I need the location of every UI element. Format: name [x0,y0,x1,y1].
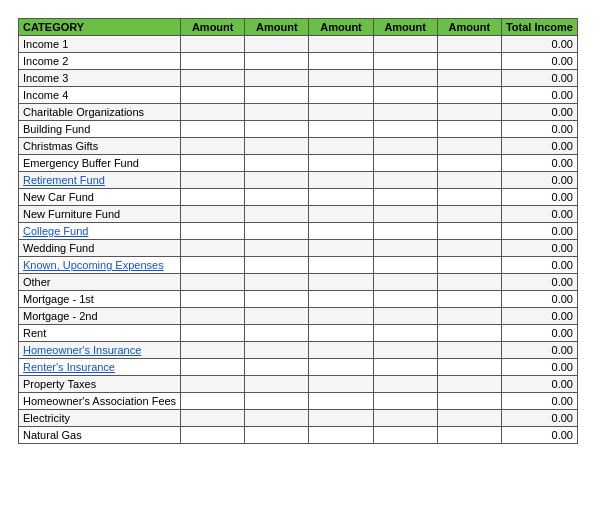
amount-cell-5[interactable] [437,342,501,359]
amount-cell-2[interactable] [245,274,309,291]
amount-cell-5[interactable] [437,104,501,121]
amount-cell-2[interactable] [245,36,309,53]
amount-cell-3[interactable] [309,87,373,104]
amount-cell-4[interactable] [373,376,437,393]
amount-cell-5[interactable] [437,359,501,376]
amount-cell-3[interactable] [309,189,373,206]
amount-cell-3[interactable] [309,325,373,342]
amount-cell-2[interactable] [245,104,309,121]
amount-cell-3[interactable] [309,274,373,291]
amount-cell-1[interactable] [181,206,245,223]
amount-cell-1[interactable] [181,104,245,121]
amount-cell-4[interactable] [373,36,437,53]
amount-cell-3[interactable] [309,342,373,359]
amount-cell-3[interactable] [309,53,373,70]
amount-cell-3[interactable] [309,410,373,427]
amount-cell-2[interactable] [245,240,309,257]
amount-cell-5[interactable] [437,121,501,138]
amount-cell-5[interactable] [437,53,501,70]
amount-cell-5[interactable] [437,172,501,189]
amount-cell-2[interactable] [245,291,309,308]
amount-cell-2[interactable] [245,376,309,393]
amount-cell-2[interactable] [245,172,309,189]
amount-cell-3[interactable] [309,138,373,155]
amount-cell-2[interactable] [245,121,309,138]
amount-cell-1[interactable] [181,274,245,291]
amount-cell-5[interactable] [437,70,501,87]
amount-cell-4[interactable] [373,274,437,291]
amount-cell-3[interactable] [309,121,373,138]
amount-cell-3[interactable] [309,359,373,376]
amount-cell-4[interactable] [373,308,437,325]
amount-cell-4[interactable] [373,138,437,155]
amount-cell-1[interactable] [181,155,245,172]
amount-cell-5[interactable] [437,427,501,444]
amount-cell-3[interactable] [309,427,373,444]
amount-cell-1[interactable] [181,325,245,342]
category-link-cell[interactable]: Retirement Fund [19,172,181,189]
amount-cell-3[interactable] [309,240,373,257]
amount-cell-2[interactable] [245,223,309,240]
amount-cell-4[interactable] [373,393,437,410]
amount-cell-3[interactable] [309,223,373,240]
category-link-cell[interactable]: Renter's Insurance [19,359,181,376]
amount-cell-4[interactable] [373,257,437,274]
amount-cell-1[interactable] [181,410,245,427]
amount-cell-4[interactable] [373,223,437,240]
amount-cell-5[interactable] [437,410,501,427]
amount-cell-4[interactable] [373,291,437,308]
category-link-cell[interactable]: Known, Upcoming Expenses [19,257,181,274]
amount-cell-4[interactable] [373,121,437,138]
amount-cell-1[interactable] [181,308,245,325]
amount-cell-2[interactable] [245,410,309,427]
category-link-cell[interactable]: Homeowner's Insurance [19,342,181,359]
amount-cell-4[interactable] [373,240,437,257]
amount-cell-1[interactable] [181,240,245,257]
amount-cell-1[interactable] [181,172,245,189]
amount-cell-1[interactable] [181,189,245,206]
amount-cell-1[interactable] [181,291,245,308]
amount-cell-5[interactable] [437,36,501,53]
amount-cell-1[interactable] [181,87,245,104]
amount-cell-2[interactable] [245,70,309,87]
amount-cell-2[interactable] [245,155,309,172]
amount-cell-3[interactable] [309,376,373,393]
amount-cell-3[interactable] [309,206,373,223]
amount-cell-3[interactable] [309,104,373,121]
amount-cell-3[interactable] [309,257,373,274]
amount-cell-1[interactable] [181,376,245,393]
amount-cell-2[interactable] [245,393,309,410]
amount-cell-4[interactable] [373,359,437,376]
amount-cell-4[interactable] [373,155,437,172]
amount-cell-5[interactable] [437,189,501,206]
amount-cell-4[interactable] [373,427,437,444]
amount-cell-2[interactable] [245,87,309,104]
amount-cell-1[interactable] [181,257,245,274]
amount-cell-1[interactable] [181,427,245,444]
amount-cell-1[interactable] [181,36,245,53]
amount-cell-5[interactable] [437,138,501,155]
amount-cell-2[interactable] [245,206,309,223]
amount-cell-1[interactable] [181,121,245,138]
category-link-cell[interactable]: College Fund [19,223,181,240]
amount-cell-5[interactable] [437,257,501,274]
amount-cell-5[interactable] [437,206,501,223]
amount-cell-2[interactable] [245,359,309,376]
amount-cell-4[interactable] [373,87,437,104]
amount-cell-1[interactable] [181,359,245,376]
amount-cell-1[interactable] [181,223,245,240]
amount-cell-2[interactable] [245,138,309,155]
amount-cell-5[interactable] [437,376,501,393]
amount-cell-5[interactable] [437,87,501,104]
amount-cell-4[interactable] [373,325,437,342]
amount-cell-4[interactable] [373,104,437,121]
amount-cell-3[interactable] [309,308,373,325]
amount-cell-1[interactable] [181,53,245,70]
amount-cell-4[interactable] [373,342,437,359]
amount-cell-1[interactable] [181,70,245,87]
amount-cell-3[interactable] [309,36,373,53]
amount-cell-2[interactable] [245,53,309,70]
amount-cell-5[interactable] [437,223,501,240]
amount-cell-3[interactable] [309,70,373,87]
amount-cell-4[interactable] [373,172,437,189]
